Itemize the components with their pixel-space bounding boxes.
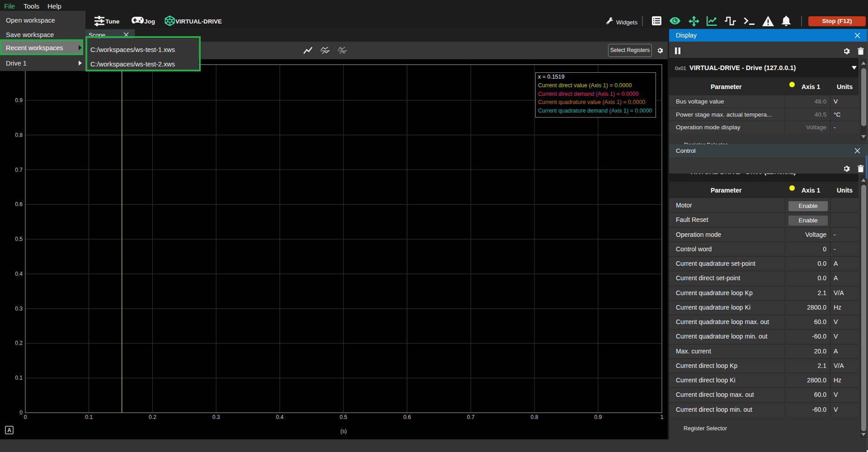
- svg-text:(s): (s): [340, 428, 347, 434]
- svg-text:0.8: 0.8: [15, 132, 23, 138]
- svg-text:0.3: 0.3: [15, 306, 23, 312]
- svg-text:0.9: 0.9: [594, 414, 602, 420]
- svg-text:x = 0.1519: x = 0.1519: [538, 74, 565, 80]
- svg-text:0.5: 0.5: [15, 236, 23, 242]
- svg-text:0: 0: [24, 414, 27, 420]
- svg-text:0.6: 0.6: [15, 201, 23, 207]
- svg-text:0.7: 0.7: [15, 167, 23, 173]
- svg-text:0.1: 0.1: [15, 375, 23, 381]
- svg-text:0.4: 0.4: [276, 414, 284, 420]
- svg-text:0.2: 0.2: [15, 340, 23, 346]
- svg-text:1: 1: [660, 414, 664, 420]
- svg-text:Current quadrature demand (Axi: Current quadrature demand (Axis 1) = 0.0…: [538, 108, 652, 114]
- svg-text:Current quadrature value (Axis: Current quadrature value (Axis 1) = 0.00…: [538, 99, 645, 105]
- svg-text:A: A: [7, 427, 11, 433]
- svg-text:0.4: 0.4: [15, 271, 23, 277]
- svg-text:0.1: 0.1: [85, 414, 93, 420]
- svg-text:0.9: 0.9: [15, 97, 23, 104]
- svg-text:0.6: 0.6: [403, 414, 411, 420]
- svg-text:0.8: 0.8: [531, 414, 538, 420]
- svg-text:Current direct demand (Axis 1): Current direct demand (Axis 1) = 0.0000: [538, 91, 639, 97]
- svg-text:0.2: 0.2: [149, 414, 156, 420]
- svg-text:0.3: 0.3: [212, 414, 220, 420]
- svg-text:Current direct value (Axis 1): Current direct value (Axis 1) = 0.0000: [538, 82, 632, 89]
- svg-text:0: 0: [19, 410, 23, 416]
- svg-text:0.7: 0.7: [467, 414, 475, 420]
- svg-text:0.5: 0.5: [340, 414, 347, 420]
